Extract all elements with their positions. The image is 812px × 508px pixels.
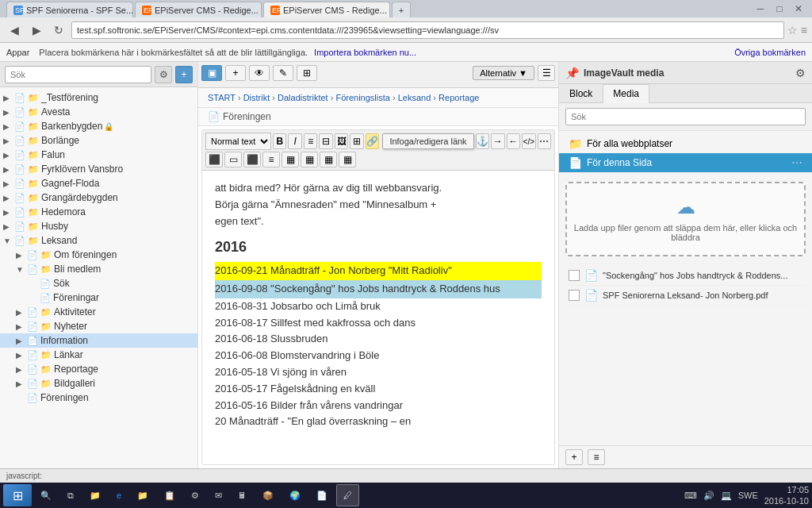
breadcrumb-distrikt[interactable]: Distrikt bbox=[243, 93, 270, 102]
sidebar-settings-icon[interactable]: ⚙ bbox=[155, 66, 172, 83]
forward-button[interactable]: ▶ bbox=[27, 21, 46, 40]
right-panel-search-input[interactable] bbox=[565, 108, 806, 125]
breadcrumb-daladistriktet[interactable]: Daladistriktet bbox=[278, 93, 328, 102]
justify-button[interactable]: ≡ bbox=[262, 152, 280, 167]
tab-2[interactable]: EPi EPiServer CMS - Redige... ✕ bbox=[135, 2, 262, 17]
breadcrumb-reportage[interactable]: Reportage bbox=[439, 93, 479, 102]
tree-item-lankar[interactable]: ▶ 📄 📁 Länkar bbox=[0, 348, 197, 362]
settings-icon[interactable]: ≡ bbox=[801, 24, 807, 37]
upload-area[interactable]: ☁ Ladda upp filer genom att släppa dem h… bbox=[565, 182, 806, 256]
tree-item-husby[interactable]: ▶ 📄 📁 Husby bbox=[0, 219, 197, 233]
taskbar-calculator-button[interactable]: 🖩 bbox=[231, 484, 254, 506]
other-bookmarks-link[interactable]: Övriga bokmärken bbox=[734, 48, 806, 57]
file-checkbox-1[interactable] bbox=[569, 270, 580, 281]
tree-item-avesta[interactable]: ▶ 📄 📁 Avesta bbox=[0, 105, 197, 119]
code-icon[interactable]: ⊞ bbox=[297, 65, 317, 81]
breadcrumb-foreningslista[interactable]: Föreningslista bbox=[335, 93, 389, 102]
taskbar-chrome-button[interactable]: 🌍 bbox=[282, 484, 308, 506]
indent-button[interactable]: → bbox=[491, 133, 504, 149]
taskbar-active-window-button[interactable]: 🖊 bbox=[336, 484, 359, 506]
link-button[interactable]: 🔗 bbox=[366, 133, 379, 149]
view-toggle-icon[interactable]: ▣ bbox=[201, 65, 222, 81]
tree-item-testforening[interactable]: ▶ 📄 📁 _Testförening bbox=[0, 90, 197, 105]
taskbar-search-button[interactable]: 🔍 bbox=[33, 484, 59, 506]
list-view-icon[interactable]: ☰ bbox=[538, 65, 555, 81]
outdent-button[interactable]: ← bbox=[507, 133, 520, 149]
close-button[interactable]: ✕ bbox=[791, 2, 806, 16]
taskbar-ie-button[interactable]: e bbox=[109, 484, 128, 506]
taskbar-notepad-button[interactable]: 📋 bbox=[157, 484, 182, 506]
breadcrumb-start[interactable]: START bbox=[208, 93, 236, 102]
source-button[interactable]: </> bbox=[522, 133, 535, 149]
tree-item-leksand[interactable]: ▼ 📄 📁 Leksand bbox=[0, 233, 197, 248]
volume-icon[interactable]: 🔊 bbox=[703, 491, 714, 501]
network-icon[interactable]: 💻 bbox=[721, 491, 732, 501]
tree-item-hedemora[interactable]: ▶ 📄 📁 Hedemora bbox=[0, 205, 197, 219]
tree-item-bli-medlem[interactable]: ▼ 📄 📁 Bli medlem bbox=[0, 262, 197, 276]
format-btn-1[interactable]: ▦ bbox=[282, 152, 299, 167]
tree-item-fyrklövern[interactable]: ▶ 📄 📁 Fyrklövern Vansbro bbox=[0, 162, 197, 176]
more-button[interactable]: ⋯ bbox=[538, 133, 551, 149]
table-button[interactable]: ⊞ bbox=[350, 133, 363, 149]
edit-icon[interactable]: ✎ bbox=[273, 65, 293, 81]
folder-item-this-page[interactable]: 📄 För denna Sida ⋯ bbox=[559, 153, 812, 172]
align-center-button[interactable]: ▭ bbox=[224, 152, 242, 167]
alternativ-button[interactable]: Alternativ ▼ bbox=[473, 66, 534, 80]
taskbar-file-explorer-button[interactable]: 📁 bbox=[82, 484, 108, 506]
tab-3[interactable]: EPi EPiServer CMS - Redige... ✕ bbox=[263, 2, 390, 17]
tab-block[interactable]: Block bbox=[559, 84, 603, 102]
tree-item-barkenbygden[interactable]: ▶ 📄 📁 Barkenbygden 🔒 bbox=[0, 119, 197, 133]
taskbar-package-button[interactable]: 📦 bbox=[255, 484, 281, 506]
import-bookmarks-link[interactable]: Importera bokmärken nu... bbox=[314, 48, 416, 57]
refresh-button[interactable]: ↻ bbox=[49, 21, 68, 40]
tree-item-nyheter[interactable]: ▶ 📄 📁 Nyheter bbox=[0, 319, 197, 333]
file-item-2[interactable]: 📄 SPF Seniorerna Leksand- Jon Norberg.pd… bbox=[565, 286, 806, 306]
sidebar-search-box[interactable] bbox=[5, 66, 151, 83]
start-button[interactable]: ⊞ bbox=[3, 484, 32, 506]
address-bar[interactable]: test.spf.softronic.se/EPiServer/CMS/#con… bbox=[71, 21, 784, 39]
breadcrumb-leksand[interactable]: Leksand bbox=[398, 93, 431, 102]
unordered-list-button[interactable]: ⊟ bbox=[319, 133, 332, 149]
align-left-button[interactable]: ⬛ bbox=[205, 152, 223, 167]
tree-item-gagnef[interactable]: ▶ 📄 📁 Gagnef-Floda bbox=[0, 176, 197, 190]
format-select[interactable]: Normal textHeading 1Heading 2Heading 3 bbox=[205, 133, 271, 150]
new-tab-button[interactable]: + bbox=[392, 2, 411, 17]
taskbar-settings-button[interactable]: ⚙ bbox=[184, 484, 206, 506]
editor-content[interactable]: att bidra med? Hör gärna av dig till web… bbox=[202, 171, 554, 464]
panel-pin-icon[interactable]: 📌 bbox=[565, 67, 579, 79]
image-button[interactable]: 🖼 bbox=[335, 133, 348, 149]
sidebar-add-icon[interactable]: + bbox=[175, 66, 193, 83]
bookmark-star-icon[interactable]: ☆ bbox=[787, 24, 798, 37]
tab-media[interactable]: Media bbox=[603, 84, 649, 103]
back-button[interactable]: ◀ bbox=[5, 21, 24, 40]
add-content-icon[interactable]: + bbox=[225, 65, 246, 81]
folder-item-all-sites[interactable]: 📁 För alla webbplatser bbox=[559, 134, 812, 153]
tree-item-aktiviteter[interactable]: ▶ 📄 📁 Aktiviteter bbox=[0, 305, 197, 319]
file-checkbox-2[interactable] bbox=[569, 290, 580, 301]
tree-item-foreningar[interactable]: 📄 Föreningar bbox=[0, 291, 197, 305]
taskbar-folder2-button[interactable]: 📁 bbox=[130, 484, 155, 506]
taskbar-word-button[interactable]: 📄 bbox=[309, 484, 335, 506]
format-btn-2[interactable]: ▦ bbox=[301, 152, 318, 167]
add-file-button[interactable]: + bbox=[565, 449, 583, 465]
taskbar-task-view-button[interactable]: ⧉ bbox=[60, 484, 81, 506]
taskbar-mail-button[interactable]: ✉ bbox=[208, 484, 229, 506]
maximize-button[interactable]: □ bbox=[772, 2, 787, 16]
tree-item-reportage[interactable]: ▶ 📄 📁 Reportage bbox=[0, 362, 197, 376]
preview-icon[interactable]: 👁 bbox=[249, 65, 270, 81]
anchor-button[interactable]: ⚓ bbox=[476, 133, 489, 149]
format-btn-4[interactable]: ▦ bbox=[339, 152, 356, 167]
tree-item-om-foreningen[interactable]: ▶ 📄 📁 Om föreningen bbox=[0, 248, 197, 262]
tree-item-foreningen[interactable]: 📄 Föreningen bbox=[0, 391, 197, 405]
file-item-1[interactable]: 📄 "Sockengång" hos Jobs handtryck & Rodd… bbox=[565, 266, 806, 286]
italic-button[interactable]: I bbox=[288, 133, 301, 149]
tab-1[interactable]: SPF SPF Seniorerna - SPF Se... ✕ bbox=[6, 2, 133, 17]
align-right-button[interactable]: ⬛ bbox=[243, 152, 261, 167]
sidebar-search-input[interactable] bbox=[10, 70, 146, 79]
list-toggle-button[interactable]: ≡ bbox=[588, 449, 605, 465]
bold-button[interactable]: B bbox=[273, 133, 286, 149]
tree-item-bildgalleri[interactable]: ▶ 📄 📁 Bildgalleri bbox=[0, 376, 197, 391]
tree-item-grangarde[interactable]: ▶ 📄 📁 Grangärdebygden bbox=[0, 190, 197, 205]
folder-more-icon[interactable]: ⋯ bbox=[791, 156, 802, 169]
tree-item-information[interactable]: ▶ 📄 Information bbox=[0, 333, 197, 348]
